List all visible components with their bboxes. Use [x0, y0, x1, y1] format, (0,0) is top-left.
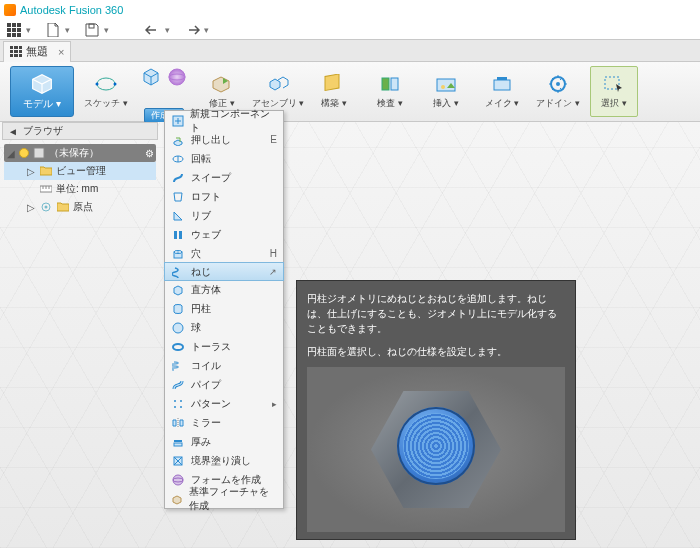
insert-button[interactable]: 挿入 ▾	[422, 66, 470, 117]
menu-item-pipe[interactable]: パイプ	[165, 375, 283, 394]
svg-point-23	[556, 82, 560, 86]
menu-item-web[interactable]: ウェブ	[165, 225, 283, 244]
browser-panel: ◄ ブラウザ ◢ （未保存） ⚙ ▷ ビュー管理 単位: mm ▷ 原点	[2, 122, 158, 220]
tooltip-description: 円柱ジオメトリにめねじとおねじを追加します。ねじは、仕上げにすることも、ジオメト…	[307, 291, 565, 336]
document-tab-strip: 無題 ×	[0, 40, 700, 62]
menu-item-sphere[interactable]: 球	[165, 318, 283, 337]
select-button[interactable]: 選択 ▾	[590, 66, 638, 117]
tree-root[interactable]: ◢ （未保存） ⚙	[4, 144, 156, 162]
menu-item-box[interactable]: 直方体	[165, 280, 283, 299]
redo-icon[interactable]	[184, 22, 200, 38]
base-feature-icon	[171, 492, 183, 506]
app-grid-icon[interactable]	[6, 22, 22, 38]
menu-item-torus[interactable]: トーラス	[165, 337, 283, 356]
chevron-down-icon[interactable]: ▾	[204, 25, 209, 35]
thread-icon	[171, 265, 185, 279]
window-title: Autodesk Fusion 360	[20, 4, 123, 16]
insert-label: 挿入 ▾	[433, 97, 459, 110]
app-logo-icon	[4, 4, 16, 16]
svg-rect-16	[382, 78, 389, 90]
flyout-arrow-icon: ↗	[269, 267, 277, 277]
inspect-icon	[377, 73, 403, 95]
menu-item-cylinder[interactable]: 円柱	[165, 299, 283, 318]
workspace-model-button[interactable]: モデル ▾	[10, 66, 74, 117]
svg-point-38	[173, 344, 183, 350]
root-label: （未保存）	[49, 146, 99, 160]
chevron-down-icon[interactable]: ▾	[165, 25, 170, 35]
assembly-icon	[265, 73, 291, 95]
svg-point-28	[45, 206, 48, 209]
cylinder-icon	[171, 302, 185, 316]
construct-button[interactable]: 構築 ▾	[310, 66, 358, 117]
tree-item-view[interactable]: ▷ ビュー管理	[4, 162, 156, 180]
pipe-icon	[171, 378, 185, 392]
make-button[interactable]: メイク ▾	[478, 66, 526, 117]
tree-item-origin[interactable]: ▷ 原点	[4, 198, 156, 216]
menu-item-label: スイープ	[191, 171, 231, 185]
menu-item-sweep[interactable]: スイープ	[165, 168, 283, 187]
menu-item-boundary-fill[interactable]: 境界塗り潰し	[165, 451, 283, 470]
svg-rect-25	[34, 148, 44, 158]
expand-icon[interactable]: ◢	[6, 148, 16, 159]
menu-item-hole[interactable]: 穴H	[165, 244, 283, 263]
collapse-icon[interactable]: ◄	[8, 126, 18, 137]
menu-item-label: 円柱	[191, 302, 211, 316]
inspect-button[interactable]: 検査 ▾	[366, 66, 414, 117]
menu-item-label: パイプ	[191, 378, 221, 392]
document-tab[interactable]: 無題 ×	[3, 41, 71, 62]
revolve-icon	[171, 152, 185, 166]
addin-button[interactable]: アドイン ▾	[534, 66, 582, 117]
origin-label: 原点	[73, 200, 93, 214]
menu-item-pattern[interactable]: パターン▸	[165, 394, 283, 413]
chevron-down-icon[interactable]: ▾	[26, 25, 31, 35]
menu-item-label: ミラー	[191, 416, 221, 430]
chevron-down-icon[interactable]: ▾	[65, 25, 70, 35]
file-icon[interactable]	[45, 22, 61, 38]
new-component-icon	[171, 114, 184, 128]
browser-header[interactable]: ◄ ブラウザ	[2, 122, 158, 140]
expand-icon[interactable]: ▷	[26, 166, 36, 177]
menu-item-label: ねじ	[191, 265, 211, 279]
hole-icon	[171, 247, 185, 261]
menu-item-coil[interactable]: コイル	[165, 356, 283, 375]
make-label: メイク ▾	[485, 97, 520, 110]
browser-title: ブラウザ	[23, 124, 63, 138]
close-icon[interactable]: ×	[58, 46, 64, 58]
torus-icon	[171, 340, 185, 354]
select-label: 選択 ▾	[601, 97, 627, 110]
menu-item-thicken[interactable]: 厚み	[165, 432, 283, 451]
menu-item-label: 球	[191, 321, 201, 335]
extrude-icon	[171, 133, 185, 147]
expand-icon[interactable]: ▷	[26, 202, 36, 213]
menu-item-base-feature[interactable]: 基準フィーチャを作成	[165, 489, 283, 508]
menu-item-mirror[interactable]: ミラー	[165, 413, 283, 432]
menu-item-rib[interactable]: リブ	[165, 206, 283, 225]
sweep-icon	[171, 171, 185, 185]
insert-icon	[433, 73, 459, 95]
svg-point-35	[177, 251, 180, 252]
menu-item-label: 直方体	[191, 283, 221, 297]
sphere-icon[interactable]	[166, 66, 188, 88]
menu-item-thread[interactable]: ねじ↗	[164, 262, 284, 281]
svg-point-46	[173, 475, 183, 485]
sphere-icon	[171, 321, 185, 335]
folder-icon	[39, 164, 53, 178]
visibility-bulb-icon[interactable]	[19, 148, 29, 158]
chevron-down-icon[interactable]: ▾	[104, 25, 109, 35]
svg-rect-8	[17, 33, 21, 37]
menu-item-new-component[interactable]: 新規コンポーネント	[165, 111, 283, 130]
menu-item-revolve[interactable]: 回転	[165, 149, 283, 168]
sketch-button[interactable]: スケッチ ▾	[82, 66, 130, 117]
menu-item-loft[interactable]: ロフト	[165, 187, 283, 206]
box-icon[interactable]	[140, 66, 162, 88]
undo-icon[interactable]	[145, 22, 161, 38]
construct-icon	[321, 73, 347, 95]
svg-rect-44	[174, 443, 182, 446]
mirror-icon	[171, 416, 185, 430]
svg-point-19	[441, 85, 445, 89]
save-icon[interactable]	[84, 22, 100, 38]
settings-icon[interactable]: ⚙	[145, 148, 154, 159]
tree-item-units[interactable]: 単位: mm	[4, 180, 156, 198]
tab-grid-icon	[10, 46, 22, 58]
visibility-off-icon[interactable]	[39, 200, 53, 214]
